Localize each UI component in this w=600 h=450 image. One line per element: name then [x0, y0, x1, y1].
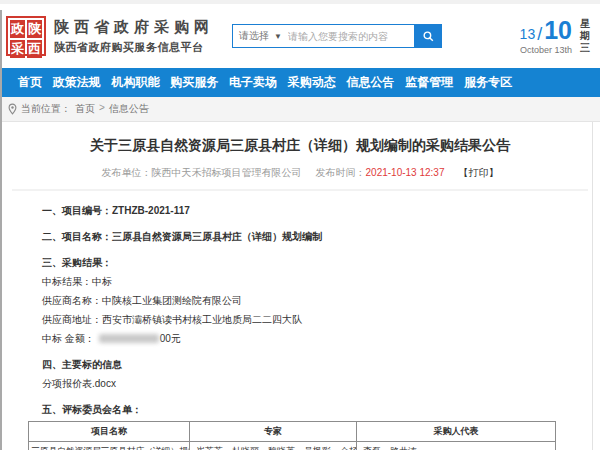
line-value: 西安市灞桥镇读书村核工业地质局二二四大队: [102, 314, 302, 325]
line-value: 中标: [92, 276, 112, 287]
line-value: ZTHZB-2021-117: [112, 205, 190, 216]
line-label: 中标 金额：: [42, 333, 95, 344]
date-month: 10: [544, 18, 572, 43]
search-input[interactable]: [288, 31, 414, 42]
redacted-amount: [99, 334, 159, 343]
line-label: 三、采购结果：: [42, 257, 112, 268]
attachment-link[interactable]: 分项报价表.docx: [42, 378, 116, 389]
committee-table: 项目名称专家采购人代表 三原县自然资源局三原县村庄（详细）规划编制崔芳芳、杜晓丽…: [28, 421, 556, 450]
article-line: 中标结果：中标: [28, 276, 572, 288]
date-block: 13 / 10 October 13th 星 期 三: [520, 18, 592, 55]
meta-divider: [12, 189, 588, 191]
logo-char: 西: [27, 40, 42, 58]
table-header: 项目名称: [29, 422, 190, 442]
page: 政 陕 采 西 陕西省政府采购网 陕西省政府购买服务信息平台 请选择 ▼: [0, 0, 600, 450]
publish-time-value: 2021-10-13 12:37: [366, 167, 445, 178]
article-line: 中标 金额：00元: [28, 333, 572, 345]
article-body: 一、项目编号：ZTHZB-2021-117二、项目名称：三原县自然资源局三原县村…: [28, 205, 572, 416]
line-value: 00元: [160, 333, 181, 344]
site-name: 陕西省政府采购网: [54, 18, 214, 37]
nav-item-监督管理[interactable]: 监督管理: [405, 74, 453, 91]
date-english: October 13th: [520, 45, 572, 55]
breadcrumb-item[interactable]: 信息公告: [109, 102, 149, 116]
logo-char: 采: [10, 40, 25, 58]
nav-item-采购动态[interactable]: 采购动态: [288, 74, 336, 91]
line-value: 三原县自然资源局三原县村庄（详细）规划编制: [112, 231, 322, 242]
logo-char: 陕: [27, 20, 42, 38]
nav: 首页政策法规机构职能购买服务电子卖场采购动态信息公告监督管理服务专区: [0, 68, 600, 97]
line-label: 一、项目编号：: [42, 205, 112, 216]
nav-item-电子卖场[interactable]: 电子卖场: [229, 74, 277, 91]
nav-item-信息公告[interactable]: 信息公告: [347, 74, 395, 91]
logo-char: 政: [10, 20, 25, 38]
table-cell: 三原县自然资源局三原县村庄（详细）规划编制: [29, 442, 190, 450]
breadcrumb-prefix: 当前位置：: [21, 102, 71, 116]
article-title: 关于三原县自然资源局三原县村庄（详细）规划编制的采购结果公告: [28, 137, 572, 155]
nav-item-购买服务[interactable]: 购买服务: [170, 74, 218, 91]
site-logo: 政 陕 采 西: [6, 16, 46, 56]
publisher-label: 发布单位：: [102, 167, 152, 178]
window-left-edge: [0, 10, 2, 450]
publisher-value: 陕西中天禾招标项目管理有限公司: [152, 167, 302, 178]
article-line: 一、项目编号：ZTHZB-2021-117: [28, 205, 572, 217]
weekday-char: 期: [580, 30, 590, 42]
article-line: 二、项目名称：三原县自然资源局三原县村庄（详细）规划编制: [28, 231, 572, 243]
site-header: 政 陕 采 西 陕西省政府采购网 陕西省政府购买服务信息平台 请选择 ▼: [0, 4, 600, 68]
article-line: 供应商地址：西安市灞桥镇读书村核工业地质局二二四大队: [28, 314, 572, 326]
date-day: 13: [520, 27, 536, 43]
nav-item-首页[interactable]: 首页: [18, 74, 42, 91]
table-header: 专家: [190, 422, 357, 442]
article: 关于三原县自然资源局三原县村庄（详细）规划编制的采购结果公告 发布单位：陕西中天…: [0, 137, 600, 450]
nav-item-政策法规[interactable]: 政策法规: [53, 74, 101, 91]
date-separator: /: [537, 25, 542, 43]
weekday-char: 星: [580, 18, 590, 30]
breadcrumb-item[interactable]: 首页: [75, 102, 95, 116]
window-right-edge: [592, 122, 593, 450]
line-label: 四、主要标的信息: [42, 359, 122, 370]
line-label: 五、评标委员会名单：: [42, 404, 142, 415]
article-line: 供应商名称：中陕核工业集团测绘院有限公司: [28, 295, 572, 307]
chevron-down-icon: ▼: [274, 32, 282, 41]
line-label: 供应商名称：: [42, 295, 102, 306]
weekday-vertical: 星 期 三: [580, 18, 590, 54]
nav-item-机构职能[interactable]: 机构职能: [112, 74, 160, 91]
nav-item-服务专区[interactable]: 服务专区: [464, 74, 512, 91]
article-line: 四、主要标的信息: [28, 359, 572, 371]
table-cell: 崔芳芳、杜晓丽、魏晓英、吴枫彩、余杨文: [190, 442, 357, 450]
line-label: 二、项目名称：: [42, 231, 112, 242]
publish-time-label: 发布时间：: [316, 167, 366, 178]
weekday-char: 三: [580, 42, 590, 54]
date-numeric: 13 / 10: [520, 18, 572, 43]
line-label: 中标结果：: [42, 276, 92, 287]
article-line: 分项报价表.docx: [28, 378, 572, 390]
line-value: 中陕核工业集团测绘院有限公司: [102, 295, 242, 306]
committee-table-body: 三原县自然资源局三原县村庄（详细）规划编制崔芳芳、杜晓丽、魏晓英、吴枫彩、余杨文…: [29, 442, 556, 450]
location-pin-icon: [8, 103, 17, 115]
print-button[interactable]: 【打印】: [458, 167, 498, 178]
search-bar: 请选择 ▼: [232, 24, 442, 48]
article-line: 三、采购结果：: [28, 257, 572, 269]
breadcrumb-separator: >: [99, 102, 105, 116]
breadcrumb: 当前位置： 首页>信息公告: [0, 97, 600, 122]
table-row: 三原县自然资源局三原县村庄（详细）规划编制崔芳芳、杜晓丽、魏晓英、吴枫彩、余杨文…: [29, 442, 556, 450]
search-icon: [422, 30, 435, 43]
search-button[interactable]: [414, 24, 442, 48]
table-header: 采购人代表: [357, 422, 556, 442]
breadcrumb-trail: 首页>信息公告: [75, 102, 149, 116]
site-title-block: 陕西省政府采购网 陕西省政府购买服务信息平台: [54, 18, 214, 55]
line-label: 供应商地址：: [42, 314, 102, 325]
site-subtitle: 陕西省政府购买服务信息平台: [54, 40, 214, 55]
committee-table-head-row: 项目名称专家采购人代表: [29, 422, 556, 442]
search-category-label: 请选择: [239, 29, 269, 43]
table-cell: 李磊、路井涛: [357, 442, 556, 450]
article-line: 五、评标委员会名单：: [28, 404, 572, 416]
search-category-select[interactable]: 请选择 ▼: [233, 29, 288, 43]
article-meta: 发布单位：陕西中天禾招标项目管理有限公司发布时间：2021-10-13 12:3…: [28, 166, 572, 180]
